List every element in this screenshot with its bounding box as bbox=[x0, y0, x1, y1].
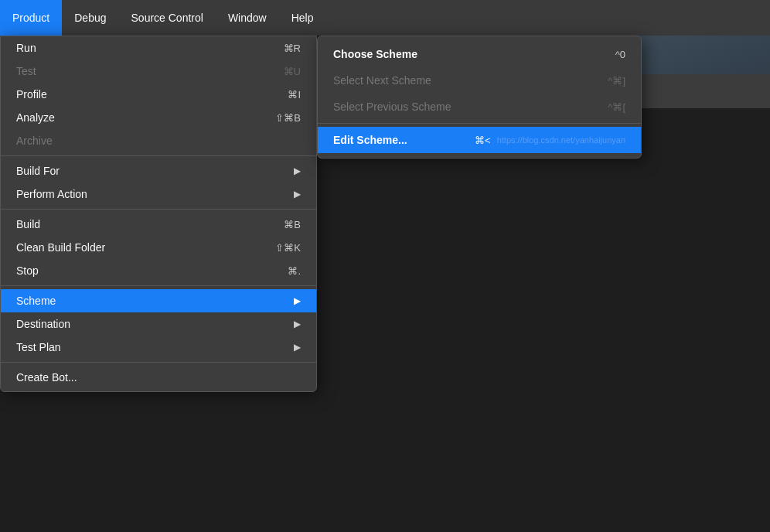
menu-item-archive: Archive bbox=[1, 129, 316, 152]
submenu-item-choose-scheme[interactable]: Choose Scheme ^0 bbox=[318, 41, 641, 67]
submenu-separator bbox=[318, 123, 641, 124]
menu-item-run-label: Run bbox=[16, 42, 36, 54]
submenu-item-select-previous-scheme: Select Previous Scheme ^⌘[ bbox=[318, 94, 641, 120]
separator-2 bbox=[1, 209, 316, 210]
menu-item-build-shortcut: ⌘B bbox=[284, 219, 301, 230]
menu-item-build-label: Build bbox=[16, 218, 40, 230]
menu-item-product[interactable]: Product bbox=[0, 0, 62, 36]
separator-1 bbox=[1, 155, 316, 156]
menu-item-profile[interactable]: Profile ⌘I bbox=[1, 83, 316, 106]
menu-item-window[interactable]: Window bbox=[216, 0, 279, 36]
menu-item-destination-label: Destination bbox=[16, 318, 70, 330]
menu-item-clean-build-folder-shortcut: ⇧⌘K bbox=[275, 242, 301, 254]
product-dropdown-menu: Run ⌘R Test ⌘U Profile ⌘I Analyze ⇧⌘B Ar… bbox=[0, 36, 317, 392]
menu-item-source-control[interactable]: Source Control bbox=[119, 0, 216, 36]
menu-item-stop-label: Stop bbox=[16, 264, 39, 277]
menu-item-create-bot[interactable]: Create Bot... bbox=[1, 366, 316, 391]
menu-item-clean-build-folder[interactable]: Clean Build Folder ⇧⌘K bbox=[1, 236, 316, 259]
menu-item-test-shortcut: ⌘U bbox=[284, 66, 301, 77]
separator-4 bbox=[1, 362, 316, 363]
submenu-item-edit-scheme[interactable]: Edit Scheme... ⌘< https://blog.csdn.net/… bbox=[318, 127, 641, 153]
menu-item-test: Test ⌘U bbox=[1, 60, 316, 83]
menu-item-test-label: Test bbox=[16, 65, 36, 77]
menu-item-perform-action-label: Perform Action bbox=[16, 188, 87, 200]
menu-item-scheme[interactable]: Scheme ▶ bbox=[1, 289, 316, 312]
submenu-item-select-previous-scheme-label: Select Previous Scheme bbox=[333, 101, 451, 113]
menu-item-profile-label: Profile bbox=[16, 88, 47, 101]
menu-item-debug[interactable]: Debug bbox=[62, 0, 118, 36]
menu-item-clean-build-folder-label: Clean Build Folder bbox=[16, 241, 105, 254]
submenu-arrow-test-plan: ▶ bbox=[294, 342, 301, 353]
menu-item-help[interactable]: Help bbox=[279, 0, 326, 36]
menu-item-profile-shortcut: ⌘I bbox=[288, 89, 301, 101]
submenu-item-select-next-scheme: Select Next Scheme ^⌘] bbox=[318, 67, 641, 94]
menu-item-build[interactable]: Build ⌘B bbox=[1, 213, 316, 236]
menu-item-test-plan-label: Test Plan bbox=[16, 341, 61, 353]
menu-item-scheme-label: Scheme bbox=[16, 295, 56, 307]
menu-item-create-bot-label: Create Bot... bbox=[16, 371, 77, 384]
menu-item-test-plan[interactable]: Test Plan ▶ bbox=[1, 336, 316, 359]
scheme-submenu: Choose Scheme ^0 Select Next Scheme ^⌘] … bbox=[317, 36, 642, 159]
menu-item-run[interactable]: Run ⌘R bbox=[1, 36, 316, 60]
menu-item-stop-shortcut: ⌘. bbox=[288, 265, 301, 277]
menu-item-analyze[interactable]: Analyze ⇧⌘B bbox=[1, 106, 316, 129]
submenu-arrow-perform-action: ▶ bbox=[294, 189, 301, 200]
menu-item-stop[interactable]: Stop ⌘. bbox=[1, 259, 316, 282]
menu-item-build-for[interactable]: Build For ▶ bbox=[1, 159, 316, 182]
submenu-url: https://blog.csdn.net/yanhaijunyan bbox=[497, 135, 625, 145]
menu-item-analyze-shortcut: ⇧⌘B bbox=[275, 112, 301, 124]
menu-item-analyze-label: Analyze bbox=[16, 111, 55, 124]
submenu-item-select-previous-scheme-shortcut: ^⌘[ bbox=[608, 101, 625, 113]
menu-item-build-for-label: Build For bbox=[16, 165, 60, 177]
menu-item-run-shortcut: ⌘R bbox=[284, 43, 301, 54]
submenu-arrow-destination: ▶ bbox=[294, 319, 301, 329]
submenu-item-select-next-scheme-label: Select Next Scheme bbox=[333, 74, 431, 87]
menu-item-perform-action[interactable]: Perform Action ▶ bbox=[1, 182, 316, 206]
submenu-item-select-next-scheme-shortcut: ^⌘] bbox=[608, 75, 625, 87]
menu-item-destination[interactable]: Destination ▶ bbox=[1, 312, 316, 336]
submenu-arrow-scheme: ▶ bbox=[294, 295, 301, 306]
submenu-item-edit-scheme-shortcut: ⌘< bbox=[475, 135, 491, 146]
menu-item-archive-label: Archive bbox=[16, 135, 53, 147]
submenu-item-choose-scheme-label: Choose Scheme bbox=[333, 48, 417, 60]
submenu-item-edit-scheme-label: Edit Scheme... bbox=[333, 134, 407, 146]
submenu-arrow-build-for: ▶ bbox=[294, 165, 301, 176]
submenu-item-choose-scheme-shortcut: ^0 bbox=[615, 49, 625, 60]
separator-3 bbox=[1, 285, 316, 286]
menu-bar: Product Debug Source Control Window Help bbox=[0, 0, 770, 36]
